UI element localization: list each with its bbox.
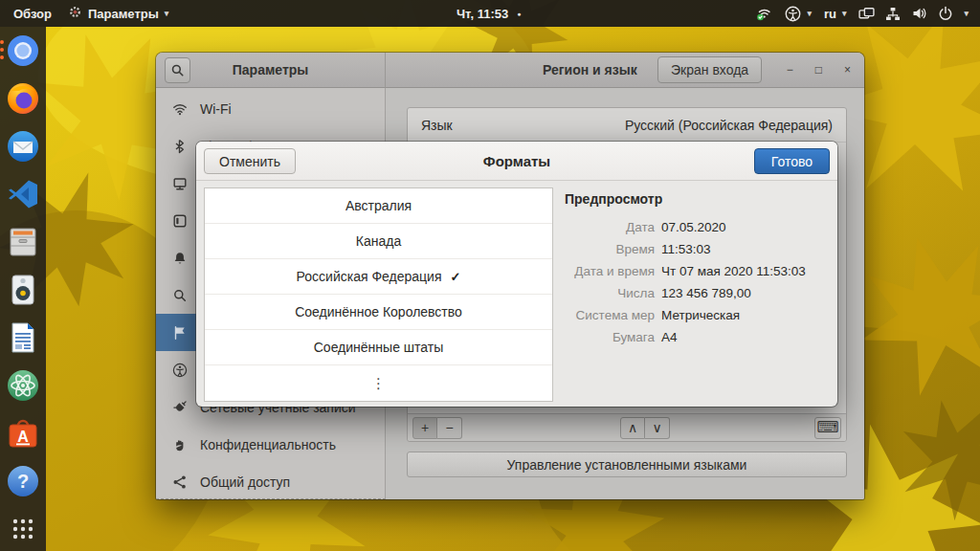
dock-item-chromium[interactable] [6,33,40,68]
country-row-united-states[interactable]: Соединённые штаты [205,330,552,365]
done-button[interactable]: Готово [754,148,830,174]
dock-item-vscode[interactable] [6,177,40,211]
close-button[interactable]: × [844,64,851,76]
remove-input-source-button[interactable]: − [437,417,462,439]
svg-text:A: A [17,429,29,445]
formats-dialog: Отменить Форматы Готово Австралия Канада… [196,142,837,407]
dock-item-ubuntu-software[interactable]: A [6,416,40,451]
power-icon [938,6,953,21]
search-icon [172,288,188,303]
preview-title: Предпросмотр [565,191,828,207]
keyboard-layout-menu[interactable]: ru ▾ [824,0,847,27]
system-menu[interactable]: ▾ [858,6,969,21]
language-value: Русский (Российская Федерация) [625,118,833,133]
country-row-canada[interactable]: Канада [205,224,552,259]
settings-gear-icon [68,5,82,22]
firefox-icon [6,81,40,116]
speaker-icon [6,273,40,307]
country-label: Канада [356,233,401,249]
chevron-down-icon: ▾ [842,9,847,18]
clock-menu[interactable]: Чт, 11:53 ● [457,0,522,27]
check-icon: ✓ [451,270,461,284]
move-down-button[interactable]: ∨ [645,417,670,439]
dock-item-thunderbird[interactable] [6,129,40,164]
preview-label: Бумага [565,329,655,345]
country-row-united-kingdom[interactable]: Соединённое Королевство [205,295,552,330]
sidebar-item-label: Wi-Fi [200,101,232,117]
page-title: Регион и язык [543,62,637,77]
sidebar-item-privacy[interactable]: Конфиденциальность [156,426,385,463]
app-menu[interactable]: Параметры ▾ [68,0,168,27]
running-indicator-dots [0,40,4,59]
atom-icon [6,368,40,403]
preview-label: Время [565,241,655,257]
country-label: Соединённое Королевство [295,304,462,320]
preview-value: Чт 07 мая 2020 11:53:03 [661,263,806,279]
window-controls: − □ × [787,53,851,87]
manage-installed-languages-button[interactable]: Управление установленными языками [407,452,847,477]
move-up-button[interactable]: ∧ [620,417,645,439]
network-ok-indicator-icon[interactable] [756,6,772,21]
maximize-button[interactable]: □ [815,64,822,76]
preview-row-time: Время 11:53:03 [565,241,828,257]
online-accounts-icon [172,400,188,415]
language-label: Язык [421,118,453,133]
share-icon [172,474,188,490]
preview-row-measurement: Система мер Метрическая [565,307,828,323]
accessibility-menu[interactable]: ▾ [785,0,812,27]
preview-label: Система мер [565,307,655,323]
more-icon: ⋮ [371,375,386,392]
preview-value: 123 456 789,00 [661,285,751,301]
vscode-icon [6,177,40,211]
svg-text:?: ? [17,471,29,492]
country-row-russian-federation[interactable]: Российская Федерация ✓ [205,259,552,295]
more-countries-button[interactable]: ⋮ [205,365,552,401]
login-screen-button[interactable]: Экран входа [657,56,762,83]
dock-item-rhythmbox[interactable] [6,273,40,307]
dock-panel-icon [172,213,188,229]
dock-item-atom[interactable] [6,368,40,403]
libreoffice-writer-icon [6,320,40,355]
preview-value: 07.05.2020 [661,219,726,235]
dock-item-firefox[interactable] [6,81,40,116]
sidebar-item-sharing[interactable]: Общий доступ [156,463,385,499]
preview-label: Дата [565,219,655,235]
page-header: Регион и язык Экран входа − □ × [386,53,864,88]
volume-icon [911,6,927,21]
accessibility-icon [785,6,801,22]
search-button[interactable] [165,57,190,83]
accessibility-icon [172,363,188,378]
country-label: Соединённые штаты [314,340,444,355]
headerbar: Параметры Регион и язык Экран входа − □ … [156,53,864,88]
network-monitor-icon [172,176,188,191]
chevron-down-icon: ▾ [807,9,812,18]
preview-label: Числа [565,285,655,301]
preview-value: A4 [661,329,678,345]
add-input-source-button[interactable]: + [412,417,437,439]
language-row[interactable]: Язык Русский (Российская Федерация) [408,108,846,143]
dialog-header: Отменить Форматы Готово [196,142,837,181]
bluetooth-icon [172,139,188,154]
dock-item-libreoffice-writer[interactable] [6,320,40,355]
file-cabinet-icon [6,225,40,259]
show-keyboard-layout-button[interactable]: ⌨ [814,417,841,439]
desktop: Обзор Параметры ▾ Чт, 11:53 ● [0,0,980,551]
dialog-body: Австралия Канада Российская Федерация ✓ … [196,181,837,407]
activities-button[interactable]: Обзор [13,0,52,27]
preview-row-date: Дата 07.05.2020 [565,219,828,235]
sidebar-item-wifi[interactable]: Wi-Fi [156,90,385,127]
ubuntu-software-icon: A [6,416,40,451]
cancel-button[interactable]: Отменить [204,148,296,174]
dialog-title: Форматы [483,153,550,169]
country-label: Российская Федерация [297,269,442,284]
show-applications-button[interactable] [6,512,40,546]
sidebar-item-label: Общий доступ [200,474,290,490]
dock-item-help[interactable]: ? [6,464,40,498]
clock-label: Чт, 11:53 [457,7,508,21]
wired-network-icon [885,7,901,21]
chevron-down-icon: ▾ [165,9,169,18]
wifi-icon [172,101,188,117]
country-row-australia[interactable]: Австралия [205,188,552,224]
dock-item-archive-manager[interactable] [6,225,40,259]
minimize-button[interactable]: − [787,64,793,76]
